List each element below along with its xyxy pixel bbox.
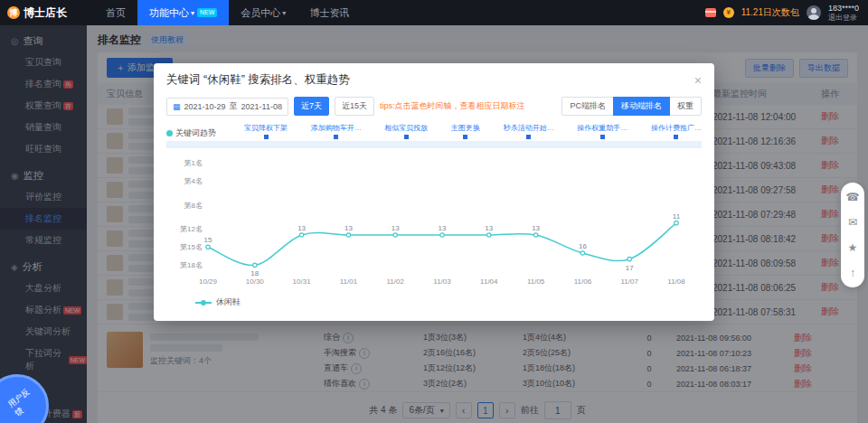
data-point[interactable] bbox=[627, 257, 631, 260]
timeline-event-marker bbox=[526, 135, 531, 139]
gift-icon[interactable] bbox=[705, 8, 716, 17]
timeline-event-marker bbox=[334, 135, 338, 139]
customer-service-icon[interactable]: ☎ bbox=[845, 190, 860, 204]
logo-text: 博士店长 bbox=[24, 5, 67, 21]
data-point[interactable] bbox=[206, 245, 210, 249]
menu-item-会员中心[interactable]: 会员中心▾ bbox=[229, 0, 297, 25]
x-tick-label: 10/29 bbox=[199, 277, 218, 286]
timeline-event-label: 宝贝降权下架 bbox=[244, 123, 288, 133]
timeline-events: 宝贝降权下架添加购物车开…相似宝贝投放主图更换秒杀活动开始…操作权重助手…操作计… bbox=[244, 123, 702, 139]
y-tick-label: 第12名 bbox=[180, 225, 203, 233]
data-point[interactable] bbox=[346, 233, 350, 237]
y-tick-label: 第15名 bbox=[180, 243, 203, 251]
timeline-event-marker bbox=[463, 135, 467, 139]
x-tick-label: 11/04 bbox=[480, 277, 498, 286]
range-button-近15天[interactable]: 近15天 bbox=[335, 97, 374, 116]
app-root: 博 博士店长 首页功能中心▾NEW会员中心▾博士资讯 ¥ 11.21日次数包 1… bbox=[0, 0, 868, 423]
view-buttons: PC端排名移动端排名权重 bbox=[561, 97, 702, 116]
data-point[interactable] bbox=[675, 221, 678, 224]
data-point-label: 13 bbox=[344, 224, 353, 232]
y-tick-label: 第8名 bbox=[184, 202, 203, 210]
menu-item-label: 功能中心 bbox=[149, 6, 189, 20]
favorite-icon[interactable]: ★ bbox=[845, 240, 860, 255]
data-point-label: 11 bbox=[673, 212, 681, 221]
timeline-event-marker bbox=[404, 135, 409, 139]
timeline-event[interactable]: 主图更换 bbox=[451, 123, 480, 139]
data-point-label: 13 bbox=[532, 224, 540, 232]
calendar-icon: ▦ bbox=[173, 102, 181, 111]
x-tick-label: 11/07 bbox=[620, 277, 638, 286]
data-point[interactable] bbox=[440, 233, 444, 237]
data-point-label: 16 bbox=[579, 242, 587, 250]
view-button-移动端排名[interactable]: 移动端排名 bbox=[613, 97, 670, 116]
chart-legend: 休闲鞋 bbox=[154, 295, 714, 314]
view-button-权重[interactable]: 权重 bbox=[669, 97, 702, 116]
modal-title: 关键词 “休闲鞋” 搜索排名、权重趋势 bbox=[166, 72, 350, 88]
timeline-event[interactable]: 相似宝贝投放 bbox=[384, 123, 428, 139]
logout-link[interactable]: 退出登录 bbox=[828, 14, 859, 22]
avatar[interactable] bbox=[807, 5, 821, 20]
date-separator: 至 bbox=[230, 100, 238, 112]
logo[interactable]: 博 博士店长 bbox=[0, 5, 94, 21]
x-tick-label: 11/02 bbox=[386, 277, 404, 286]
user-block[interactable]: 183****0 退出登录 bbox=[828, 4, 859, 22]
data-point[interactable] bbox=[487, 233, 491, 237]
timeline-event[interactable]: 操作权重助手… bbox=[577, 123, 627, 139]
x-tick-label: 11/03 bbox=[433, 277, 451, 286]
x-tick-label: 11/01 bbox=[340, 277, 358, 286]
main-menu: 首页功能中心▾NEW会员中心▾博士资讯 bbox=[94, 0, 361, 25]
menu-item-label: 会员中心 bbox=[241, 6, 280, 20]
menu-item-首页[interactable]: 首页 bbox=[94, 0, 137, 25]
timeline-event[interactable]: 添加购物车开… bbox=[311, 123, 362, 139]
y-tick-label: 第1名 bbox=[184, 159, 203, 167]
legend-line-icon bbox=[195, 302, 212, 304]
view-button-PC端排名[interactable]: PC端排名 bbox=[561, 97, 614, 116]
data-point-label: 13 bbox=[297, 224, 306, 232]
x-tick-label: 11/05 bbox=[527, 277, 545, 286]
timeline-event[interactable]: 秒杀活动开始… bbox=[504, 123, 554, 139]
timeline-event-label: 操作计费推广… bbox=[651, 123, 702, 133]
timeline-event-marker bbox=[600, 135, 605, 139]
data-point[interactable] bbox=[580, 251, 584, 255]
topbar: 博 博士店长 首页功能中心▾NEW会员中心▾博士资讯 ¥ 11.21日次数包 1… bbox=[0, 0, 868, 25]
x-tick-label: 11/06 bbox=[574, 277, 592, 286]
data-point[interactable] bbox=[253, 263, 257, 267]
timeline-event[interactable]: 操作计费推广… bbox=[651, 123, 702, 139]
modal-controls: ▦ 2021-10-29 至 2021-11-08 近7天近15天 tips:点… bbox=[154, 91, 714, 119]
new-badge: NEW bbox=[197, 8, 217, 17]
date-range-picker[interactable]: ▦ 2021-10-29 至 2021-11-08 bbox=[166, 98, 288, 116]
message-icon[interactable]: ✉ bbox=[845, 215, 860, 230]
right-floating-toolbar: ☎✉★↑ bbox=[841, 183, 864, 287]
timeline-band[interactable] bbox=[166, 141, 702, 148]
close-icon[interactable]: × bbox=[694, 74, 702, 87]
menu-item-label: 首页 bbox=[106, 6, 126, 20]
data-point[interactable] bbox=[393, 233, 397, 237]
timeline-event-label: 秒杀活动开始… bbox=[504, 123, 554, 133]
timeline-event-label: 操作权重助手… bbox=[577, 123, 627, 133]
range-button-近7天[interactable]: 近7天 bbox=[294, 97, 329, 116]
back-top-icon[interactable]: ↑ bbox=[845, 266, 860, 280]
trend-label: 关键词趋势 bbox=[166, 127, 244, 139]
logo-icon: 博 bbox=[7, 6, 20, 19]
data-point[interactable] bbox=[533, 233, 537, 237]
trend-dot-icon bbox=[166, 130, 173, 136]
date-end: 2021-11-08 bbox=[241, 102, 282, 111]
data-point[interactable] bbox=[299, 233, 303, 237]
timeline-event-label: 相似宝贝投放 bbox=[384, 123, 428, 133]
trend-chart-svg: 第1名第4名第8名第12名第15名第18名10/2910/3010/3111/0… bbox=[165, 150, 703, 291]
timeline-event[interactable]: 宝贝降权下架 bbox=[244, 123, 288, 139]
chart-area: 第1名第4名第8名第12名第15名第18名10/2910/3010/3111/0… bbox=[154, 148, 714, 295]
credits-text[interactable]: 11.21日次数包 bbox=[741, 6, 799, 19]
chevron-down-icon: ▾ bbox=[282, 9, 286, 17]
data-point-label: 13 bbox=[439, 224, 447, 232]
timeline-event-marker bbox=[674, 135, 678, 139]
legend-label[interactable]: 休闲鞋 bbox=[216, 296, 241, 308]
user-phone: 183****0 bbox=[828, 4, 859, 13]
menu-item-功能中心[interactable]: 功能中心▾NEW bbox=[137, 0, 229, 25]
timeline-event-label: 添加购物车开… bbox=[311, 123, 362, 133]
timeline-event-marker bbox=[264, 135, 269, 139]
data-point-label: 13 bbox=[392, 224, 400, 232]
topbar-right: ¥ 11.21日次数包 183****0 退出登录 bbox=[705, 4, 868, 22]
date-start: 2021-10-29 bbox=[184, 102, 226, 111]
menu-item-博士资讯[interactable]: 博士资讯 bbox=[297, 0, 361, 25]
